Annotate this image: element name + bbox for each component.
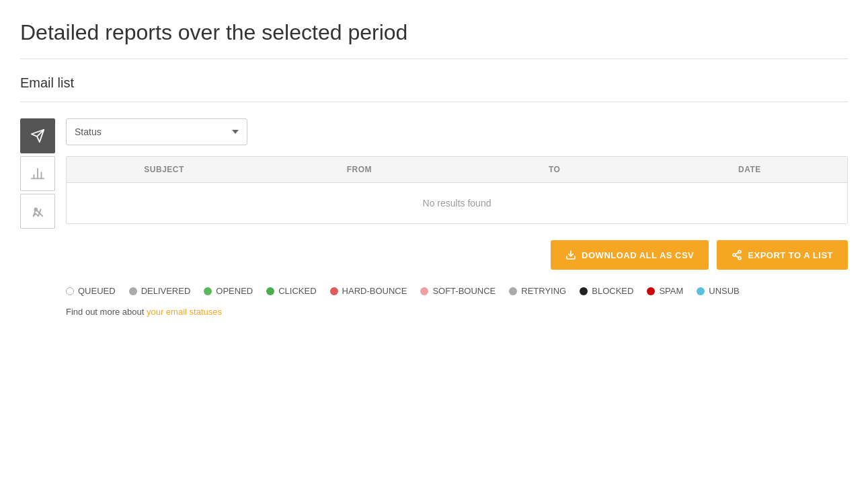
legend-delivered: DELIVERED: [129, 286, 191, 296]
soft-bounce-label: SOFT-BOUNCE: [432, 286, 496, 296]
legend-spam: SPAM: [647, 286, 683, 296]
blocked-label: BLOCKED: [592, 286, 633, 296]
main-content: Status Queued Delivered Opened Clicked H…: [66, 118, 848, 317]
legend-blocked: BLOCKED: [580, 286, 633, 296]
svg-line-12: [736, 252, 739, 254]
hard-bounce-dot: [330, 287, 338, 295]
title-divider: [20, 59, 848, 59]
legend-row: QUEUED DELIVERED OPENED CLICKED HARD-BOU…: [66, 286, 848, 296]
filter-row: Status Queued Delivered Opened Clicked H…: [66, 118, 848, 145]
page-title: Detailed reports over the selected perio…: [20, 20, 848, 45]
sidebar-icons: [20, 118, 55, 317]
opened-label: OPENED: [216, 286, 253, 296]
spam-label: SPAM: [659, 286, 683, 296]
analytics-icon: [30, 166, 45, 181]
sidebar-analytics-button[interactable]: [20, 156, 55, 191]
legend-clicked: CLICKED: [266, 286, 316, 296]
export-list-button[interactable]: EXPORT TO A LIST: [717, 240, 848, 270]
queued-dot: [66, 287, 74, 295]
status-select[interactable]: Status Queued Delivered Opened Clicked H…: [66, 118, 247, 145]
clicked-dot: [266, 287, 274, 295]
footer-text: Find out more about your email statuses: [66, 307, 848, 317]
send-icon: [30, 128, 45, 143]
blocked-dot: [580, 287, 588, 295]
legend-retrying: RETRYING: [509, 286, 566, 296]
click-icon: [30, 204, 45, 219]
svg-line-11: [736, 256, 739, 258]
soft-bounce-dot: [420, 287, 428, 295]
col-to: TO: [457, 157, 652, 182]
download-csv-button[interactable]: DOWNLOAD ALL AS CSV: [551, 240, 709, 270]
legend-opened: OPENED: [204, 286, 253, 296]
delivered-label: DELIVERED: [141, 286, 191, 296]
sidebar-click-button[interactable]: [20, 194, 55, 229]
unsub-dot: [697, 287, 705, 295]
download-icon: [565, 250, 576, 260]
col-date: DATE: [652, 157, 847, 182]
clicked-label: CLICKED: [278, 286, 316, 296]
col-subject: SUBJECT: [67, 157, 262, 182]
page-wrapper: Detailed reports over the selected perio…: [0, 0, 868, 330]
legend-unsub: UNSUB: [697, 286, 740, 296]
table-header: SUBJECT FROM TO DATE: [67, 157, 847, 183]
action-row: DOWNLOAD ALL AS CSV EXPORT TO A LIST: [66, 240, 848, 270]
queued-label: QUEUED: [78, 286, 116, 296]
retrying-dot: [509, 287, 517, 295]
export-icon: [732, 250, 742, 260]
legend-soft-bounce: SOFT-BOUNCE: [420, 286, 496, 296]
opened-dot: [204, 287, 212, 295]
section-title: Email list: [20, 75, 848, 91]
content-area: Status Queued Delivered Opened Clicked H…: [20, 118, 848, 317]
legend-hard-bounce: HARD-BOUNCE: [330, 286, 407, 296]
unsub-label: UNSUB: [709, 286, 740, 296]
section-divider: [20, 102, 848, 102]
email-statuses-link[interactable]: your email statuses: [147, 307, 222, 317]
no-results-text: No results found: [409, 184, 505, 222]
email-table: SUBJECT FROM TO DATE No results found: [66, 156, 848, 224]
table-body: No results found: [67, 183, 847, 223]
col-from: FROM: [262, 157, 457, 182]
hard-bounce-label: HARD-BOUNCE: [342, 286, 407, 296]
delivered-dot: [129, 287, 137, 295]
legend-queued: QUEUED: [66, 286, 116, 296]
spam-dot: [647, 287, 655, 295]
sidebar-send-button[interactable]: [20, 118, 55, 153]
retrying-label: RETRYING: [521, 286, 566, 296]
